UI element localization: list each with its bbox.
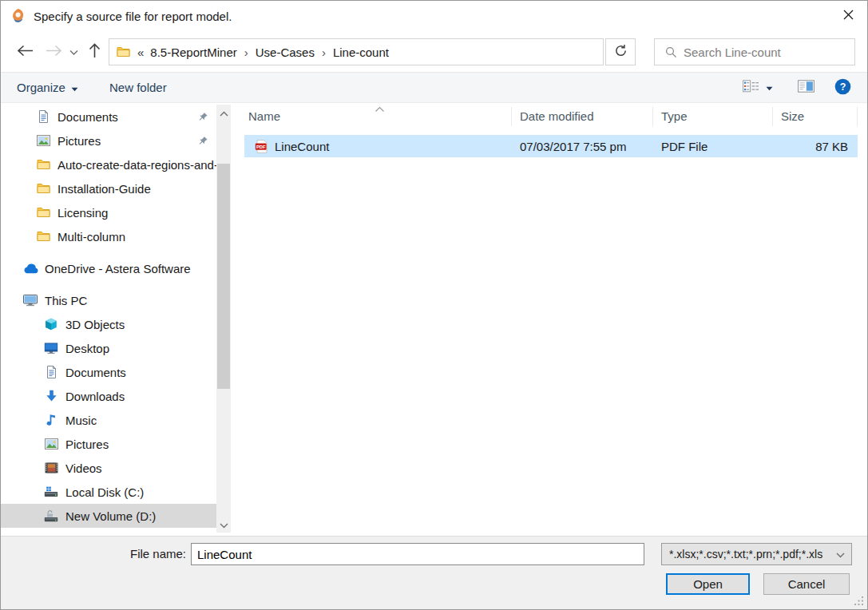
folder-icon [34, 231, 52, 242]
file-type-filter-value: *.xlsx;*.csv;*.txt;*.prn;*.pdf;*.xls [669, 548, 822, 560]
address-bar[interactable]: « 8.5-ReportMiner›Use-Cases›Line-count [109, 38, 604, 65]
3d-objects-icon [42, 318, 60, 331]
pictures-icon [42, 438, 60, 450]
new-folder-button[interactable]: New folder [109, 73, 167, 102]
sidebar-item-downloads[interactable]: Downloads [1, 384, 216, 408]
views-dropdown-button[interactable] [766, 73, 773, 102]
back-arrow-icon [17, 45, 34, 59]
sidebar-item-label: Installation-Guide [57, 182, 151, 196]
folder-icon [34, 183, 52, 194]
sidebar-item-multi-column[interactable]: Multi-column [1, 224, 216, 248]
sidebar-item-label: Videos [65, 461, 102, 475]
breadcrumb-8-5-reportminer[interactable]: 8.5-ReportMiner [144, 46, 243, 59]
breadcrumb-separator-chevron[interactable]: › [244, 46, 249, 59]
dropdown-triangle-icon [766, 81, 773, 93]
sidebar-item-pictures[interactable]: Pictures [1, 432, 216, 456]
file-row-linecount[interactable]: PDFLineCount07/03/2017 7:55 pmPDF File87… [244, 135, 858, 157]
onedrive-icon [22, 263, 39, 274]
sidebar-item-this-pc[interactable]: This PC [1, 288, 216, 312]
file-name: LineCount [275, 140, 329, 153]
recent-locations-button[interactable] [69, 46, 78, 57]
help-button[interactable]: ? [834, 73, 851, 102]
sidebar-item-videos[interactable]: Videos [1, 456, 216, 480]
scroll-up-button[interactable] [216, 106, 231, 119]
local-disk-icon [42, 486, 60, 497]
folder-icon [34, 159, 52, 170]
sidebar-item-licensing[interactable]: Licensing [1, 200, 216, 224]
file-name-input[interactable] [192, 548, 624, 561]
address-collapsed-prefix[interactable]: « [137, 46, 144, 59]
sidebar-item-label: Multi-column [57, 230, 125, 244]
sidebar-scrollbar[interactable] [216, 105, 231, 533]
window-title: Specify a source file for report model. [34, 10, 232, 23]
change-view-button[interactable] [743, 73, 759, 102]
scroll-down-button[interactable] [216, 518, 231, 531]
close-icon [843, 10, 854, 22]
folder-icon [117, 46, 130, 57]
forward-button[interactable] [46, 45, 62, 59]
command-toolbar: Organize New folder ? [1, 73, 867, 103]
pin-icon [198, 135, 208, 149]
sidebar-item-label: Licensing [57, 206, 108, 220]
pdf-icon: PDF [255, 140, 268, 153]
folder-icon [34, 207, 52, 218]
music-icon [42, 414, 60, 426]
sidebar-item-local-disk-c[interactable]: Local Disk (C:) [1, 480, 216, 504]
sort-ascending-icon [375, 101, 385, 115]
organize-button[interactable]: Organize [17, 73, 78, 102]
sidebar-item-label: Documents [57, 110, 118, 124]
column-header-size[interactable]: Size [773, 107, 858, 126]
search-box [654, 38, 855, 65]
pin-icon [198, 111, 208, 125]
documents-icon [34, 110, 52, 123]
refresh-button[interactable] [605, 38, 636, 65]
sidebar-item-installation-guide[interactable]: Installation-Guide [1, 176, 216, 200]
organize-label: Organize [17, 81, 65, 94]
sidebar-item-music[interactable]: Music [1, 408, 216, 432]
sidebar-item-label: Auto-create-data-regions-and- [57, 158, 216, 172]
sidebar-item-onedrive-astera-software[interactable]: OneDrive - Astera Software [1, 256, 216, 280]
sidebar-item-3d-objects[interactable]: 3D Objects [1, 312, 216, 336]
preview-pane-icon [798, 80, 814, 95]
sidebar-item-auto-create-data-regions-and[interactable]: Auto-create-data-regions-and- [1, 152, 216, 176]
resize-grip[interactable] [853, 595, 865, 607]
column-header-date-modified[interactable]: Date modified [512, 107, 653, 126]
sidebar-item-desktop[interactable]: Desktop [1, 336, 216, 360]
dropdown-triangle-icon [71, 81, 78, 94]
column-headers: NameDate modifiedTypeSize [240, 103, 862, 130]
sidebar-item-label: Desktop [65, 342, 109, 355]
sidebar-item-label: Documents [65, 366, 126, 379]
back-button[interactable] [17, 45, 34, 59]
close-button[interactable] [829, 1, 867, 31]
sidebar-item-documents[interactable]: Documents [1, 105, 216, 129]
sidebar-item-documents[interactable]: Documents [1, 360, 216, 384]
scrollbar-thumb[interactable] [217, 164, 230, 389]
search-icon [665, 46, 677, 58]
file-list-pane: NameDate modifiedTypeSize PDFLineCount07… [240, 103, 862, 536]
forward-arrow-icon [46, 45, 62, 59]
sidebar-item-label: New Volume (D:) [65, 509, 156, 523]
chevron-down-icon [836, 548, 845, 560]
file-rows: PDFLineCount07/03/2017 7:55 pmPDF File87… [240, 135, 862, 157]
sidebar-item-label: Music [65, 414, 97, 427]
sidebar-item-pictures[interactable]: Pictures [1, 129, 216, 152]
preview-pane-button[interactable] [798, 73, 814, 102]
desktop-icon [42, 343, 60, 355]
sidebar-item-new-volume-d[interactable]: New Volume (D:) [1, 504, 216, 528]
new-folder-label: New folder [109, 81, 167, 94]
documents-icon [42, 366, 60, 378]
up-arrow-icon [89, 43, 101, 61]
breadcrumb-line-count[interactable]: Line-count [327, 46, 395, 59]
breadcrumb-separator-chevron[interactable]: › [321, 46, 327, 59]
search-input[interactable] [684, 46, 854, 59]
cancel-button[interactable]: Cancel [763, 573, 850, 595]
open-button[interactable]: Open [666, 573, 750, 595]
file-type: PDF File [653, 140, 773, 153]
column-header-type[interactable]: Type [653, 107, 773, 126]
up-button[interactable] [89, 43, 101, 61]
breadcrumb-use-cases[interactable]: Use-Cases [249, 46, 321, 59]
sidebar-item-label: Pictures [57, 134, 101, 148]
file-type-filter-dropdown[interactable]: *.xlsx;*.csv;*.txt;*.prn;*.pdf;*.xls [661, 543, 852, 565]
sidebar-item-label: Local Disk (C:) [65, 485, 144, 499]
astera-app-icon [10, 8, 26, 24]
